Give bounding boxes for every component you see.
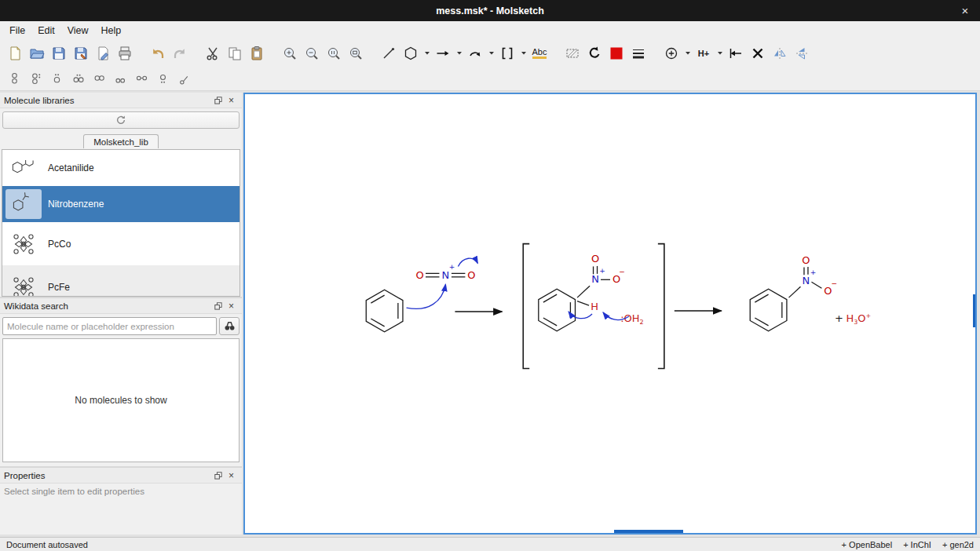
save-button[interactable] (48, 42, 70, 64)
refresh-libraries-button[interactable] (2, 111, 240, 129)
ring-tool-dropdown[interactable] (422, 42, 432, 64)
print-icon (117, 46, 133, 61)
wikidata-search-button[interactable] (219, 317, 240, 335)
library-item-pcco[interactable]: PcCo (2, 222, 240, 265)
wikidata-float-button[interactable] (211, 300, 225, 312)
copy-button[interactable] (224, 42, 246, 64)
benzene-intermediate (539, 289, 576, 331)
zoom-original-button[interactable] (323, 42, 345, 64)
hydrogen-dots-tool[interactable] (152, 69, 174, 88)
open-icon (29, 46, 45, 61)
charge-tool-dropdown[interactable] (682, 42, 693, 64)
copy-icon (227, 46, 243, 61)
lone-pair-dots-tool[interactable] (25, 69, 46, 88)
menu-help[interactable]: Help (95, 23, 128, 38)
flip-horizontal-tool[interactable] (769, 42, 791, 64)
menu-view[interactable]: View (61, 23, 95, 38)
reaction-arrow-dropdown[interactable] (454, 42, 464, 64)
mechanism-arrow-dropdown[interactable] (486, 42, 496, 64)
canvas-vertical-scrollbar[interactable] (973, 294, 975, 327)
zoom-out-button[interactable] (301, 42, 323, 64)
inchi-indicator: + InChI (903, 540, 931, 549)
electron-pair-tool[interactable] (89, 69, 110, 88)
diatomic-tool[interactable] (131, 69, 152, 88)
charge-tool[interactable] (660, 42, 682, 64)
save-as-button[interactable] (70, 42, 92, 64)
properties-float-button[interactable] (211, 469, 225, 481)
flip-vertical-tool[interactable] (791, 42, 813, 64)
hydronium-ion: H3O+ (846, 312, 871, 326)
redo-button[interactable] (169, 42, 191, 64)
status-message: Document autosaved (6, 540, 88, 549)
text-tool[interactable]: Abc (528, 42, 550, 64)
chevron-down-icon (456, 51, 463, 56)
panel-title: Properties (4, 471, 211, 480)
zoomin-icon (282, 46, 298, 61)
ring-tool[interactable] (400, 42, 422, 64)
radical-dots-tool[interactable] (46, 69, 68, 88)
lone-pair-small-tool[interactable] (110, 69, 131, 88)
bracket-tool[interactable] (496, 42, 518, 64)
hydrogen-tool-dropdown[interactable] (715, 42, 725, 64)
hydrogen-tool[interactable]: H+ (693, 42, 715, 64)
wikidata-close-button[interactable]: × (225, 300, 238, 312)
carrow-icon (467, 46, 483, 61)
menu-file[interactable]: File (3, 23, 31, 38)
molecule-structure-icon (7, 273, 40, 297)
new-document-button[interactable] (4, 42, 26, 64)
paste-button[interactable] (246, 42, 268, 64)
molecule-structure-icon (7, 154, 40, 182)
menu-bar: File Edit View Help (0, 21, 980, 40)
align-tool[interactable] (725, 42, 747, 64)
window-close-button[interactable]: × (956, 0, 974, 21)
libraries-float-button[interactable] (211, 94, 225, 106)
molecule-thumbnail (5, 189, 42, 219)
lone-pair-vertical-tool[interactable] (4, 69, 25, 88)
new-icon (7, 46, 23, 61)
delete-tool[interactable] (747, 42, 769, 64)
library-item-acetanilide[interactable]: Acetanilide (2, 150, 240, 186)
canvas-horizontal-scrollbar[interactable] (614, 530, 683, 533)
molecule-search-input[interactable] (2, 317, 217, 335)
export-button[interactable] (92, 42, 114, 64)
molecule-structure-icon (7, 190, 40, 218)
print-button[interactable] (114, 42, 136, 64)
library-item-nitrobenzene[interactable]: Nitrobenzene (2, 186, 240, 222)
rotate-tool[interactable] (583, 42, 605, 64)
mechanism-arrow-tool[interactable] (464, 42, 486, 64)
binoculars-search-icon (224, 320, 236, 332)
molecule-libraries-panel: Molecule libraries × Molsketch_lib Aceta… (0, 93, 242, 297)
zoom-fit-button[interactable] (345, 42, 367, 64)
line-width-button[interactable] (627, 42, 649, 64)
svg-text:−: − (619, 268, 625, 276)
drawing-canvas[interactable]: O N + O (243, 93, 977, 535)
color-swatch-button[interactable] (605, 42, 627, 64)
molecule-libraries-header: Molecule libraries × (0, 93, 242, 108)
molecule-structure-icon (7, 230, 40, 258)
undo-button[interactable] (147, 42, 169, 64)
library-item-pcfe[interactable]: PcFe (2, 265, 240, 297)
properties-header: Properties × (0, 468, 242, 483)
radical-pair-tool[interactable] (68, 69, 89, 88)
chevron-down-icon (685, 51, 691, 56)
openbabel-indicator: + OpenBabel (842, 540, 893, 549)
menu-edit[interactable]: Edit (31, 23, 61, 38)
draw-bond-tool[interactable] (378, 42, 400, 64)
toolbar-separator (191, 53, 202, 53)
svg-text:O: O (591, 253, 599, 265)
cut-button[interactable] (202, 42, 224, 64)
libraries-close-button[interactable]: × (225, 94, 238, 106)
bracket-tool-dropdown[interactable] (518, 42, 528, 64)
selection-tool[interactable] (561, 42, 583, 64)
r2f-icon (114, 71, 127, 85)
zoom-in-button[interactable] (279, 42, 301, 64)
swatch-icon (609, 46, 624, 61)
sidebar: Molecule libraries × Molsketch_lib Aceta… (0, 93, 242, 535)
bond-angle-tool[interactable] (174, 69, 195, 88)
open-file-button[interactable] (26, 42, 48, 64)
properties-close-button[interactable]: × (225, 469, 238, 481)
r2i-icon (177, 71, 191, 85)
tab-molsketch-lib[interactable]: Molsketch_lib (83, 134, 159, 148)
library-item-label: Nitrobenzene (48, 199, 104, 210)
reaction-arrow-tool[interactable] (432, 42, 454, 64)
